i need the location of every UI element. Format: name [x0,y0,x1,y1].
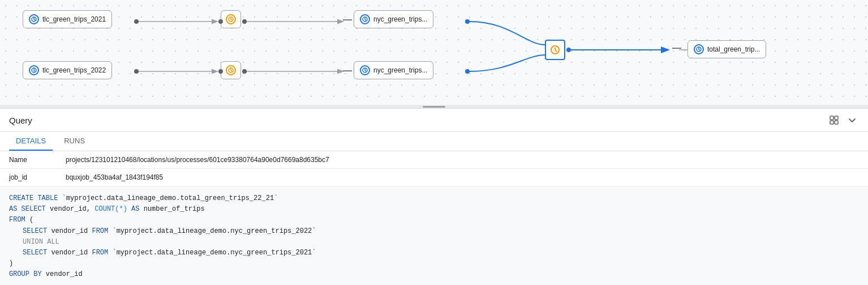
detail-value-jobid: bquxjob_453ba4af_1843f194f85 [66,173,163,181]
node-icon-filter2021 [226,14,236,24]
dag-node-nyc2021[interactable]: nyc_green_trips... [354,10,433,28]
resize-handle-bar [423,106,445,108]
connector-dot-nyc2022-out [465,69,470,74]
tab-details[interactable]: DETAILS [9,132,53,151]
sql-editor[interactable]: CREATE TABLE `myproject.data_lineage_dem… [0,186,868,285]
connector-dot-union-out [566,48,571,52]
detail-row-name: Name projects/123101210468/locations/us/… [0,151,868,169]
sql-line-6: SELECT vendor_id FROM `myproject.data_li… [9,248,859,258]
chevron-down-icon-button[interactable] [845,113,859,127]
connector-dot-nyc2021-out [465,19,470,24]
connector-dot-filter2021-out [242,19,247,24]
node-label-nyc2022: nyc_green_trips... [373,66,427,74]
detail-label-name: Name [9,156,66,164]
node-icon-filter2022 [226,65,236,75]
svg-line-29 [699,49,700,50]
dag-canvas[interactable]: tlc_green_trips_2021 — nyc_green_trips..… [0,0,868,105]
dag-node-filter2021[interactable] [221,10,241,28]
grid-icon-button[interactable] [827,113,841,127]
details-table: Name projects/123101210468/locations/us/… [0,151,868,186]
svg-line-23 [365,70,366,71]
dag-node-union[interactable] [545,40,565,60]
node-icon-tlc2021 [29,14,39,24]
svg-line-20 [231,70,232,71]
node-label-total: total_green_trip... [707,45,760,53]
sql-line-3: FROM ( [9,215,859,226]
detail-value-name: projects/123101210468/locations/us/proce… [66,156,329,164]
sql-line-5: UNION ALL [9,237,859,248]
dag-minus-3: — [672,43,681,53]
node-icon-nyc2021 [360,14,370,24]
svg-rect-33 [835,121,838,124]
sql-line-2: AS SELECT vendor_id, COUNT(*) AS number_… [9,204,859,215]
dag-minus-2: — [343,66,352,76]
dag-node-tlc2022[interactable]: tlc_green_trips_2022 [23,61,112,79]
tabs: DETAILS RUNS [0,132,868,151]
sql-line-4: SELECT vendor_id FROM `myproject.data_li… [9,226,859,237]
sql-line-8: GROUP BY vendor_id [9,269,859,280]
node-icon-total [694,44,704,54]
query-title: Query [9,116,32,125]
query-header: Query [0,109,868,132]
svg-rect-32 [830,121,833,124]
connector-dot-tlc2021-out [134,19,139,24]
svg-rect-30 [830,116,833,120]
connector-dot-tlc2022-out [134,69,139,74]
node-icon-tlc2022 [29,65,39,75]
svg-line-11 [231,19,232,20]
svg-line-17 [34,70,35,71]
node-icon-union [550,45,560,55]
dag-minus-1: — [343,15,352,25]
sql-line-7: ) [9,258,859,269]
detail-row-jobid: job_id bquxjob_453ba4af_1843f194f85 [0,169,868,186]
sql-line-1: CREATE TABLE `myproject.data_lineage_dem… [9,193,859,204]
header-icons [827,113,859,127]
node-icon-nyc2022 [360,65,370,75]
query-panel: Query DETAILS RUNS Name projects/1231012… [0,108,868,285]
svg-line-14 [365,19,366,20]
dag-node-filter2022[interactable] [221,61,241,79]
node-label-tlc2021: tlc_green_trips_2021 [42,15,106,23]
connector-dot-filter2022-out [242,69,247,74]
svg-line-8 [34,19,35,20]
node-label-nyc2021: nyc_green_trips... [373,15,427,23]
dag-node-nyc2022[interactable]: nyc_green_trips... [354,61,433,79]
dag-node-tlc2021[interactable]: tlc_green_trips_2021 [23,10,112,28]
dag-node-total[interactable]: total_green_trip... [687,40,766,58]
svg-line-26 [555,50,557,52]
connector-dot-filter2021-in [218,19,223,24]
tab-runs[interactable]: RUNS [57,132,92,151]
connector-dot-filter2022-in [218,69,223,74]
node-label-tlc2022: tlc_green_trips_2022 [42,66,106,74]
detail-label-jobid: job_id [9,173,66,181]
svg-rect-31 [835,116,838,120]
